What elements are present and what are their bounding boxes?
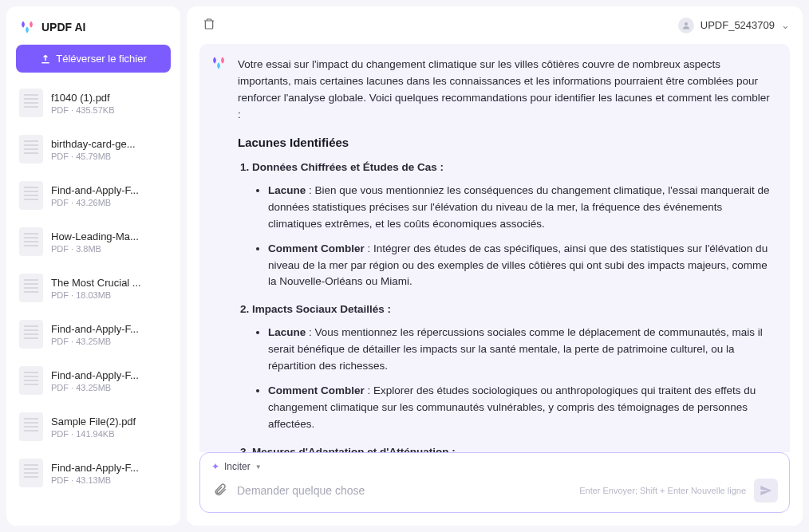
file-name: Find-and-Apply-F... [51, 462, 168, 474]
upload-label: Téléverser le fichier [56, 53, 146, 65]
bullet-label: Comment Combler [268, 242, 365, 254]
send-icon [760, 484, 772, 497]
upload-icon [40, 53, 51, 65]
file-icon [19, 366, 43, 395]
app-logo-icon [19, 19, 35, 35]
chat-area[interactable]: Votre essai sur l'impact du changement c… [187, 44, 803, 452]
bullet-text: : Vous mentionnez les répercussions soci… [268, 326, 763, 372]
file-item[interactable]: The Most Crucial ...PDF · 18.03MB [16, 267, 171, 309]
triangle-down-icon: ▼ [255, 463, 262, 471]
trash-icon [203, 18, 215, 30]
bullet-label: Lacune [268, 326, 306, 338]
username: UPDF_5243709 [700, 19, 775, 31]
file-info: Find-and-Apply-F...PDF · 43.25MB [51, 323, 168, 346]
bullet-item: Lacune : Vous mentionnez les répercussio… [268, 325, 774, 375]
bullet-item: Comment Combler : Explorer des études so… [268, 383, 774, 433]
app-title: UPDF AI [41, 21, 85, 33]
file-meta: PDF · 45.79MB [51, 152, 168, 161]
file-info: Find-and-Apply-F...PDF · 43.25MB [51, 369, 168, 392]
app-logo-icon [211, 55, 227, 71]
file-meta: PDF · 435.57KB [51, 105, 168, 115]
file-info: Find-and-Apply-F...PDF · 43.26MB [51, 184, 168, 207]
file-icon [19, 412, 43, 441]
bullet-text: : Bien que vous mentionniez les conséque… [268, 184, 769, 230]
file-item[interactable]: Find-and-Apply-F...PDF · 43.25MB [16, 360, 171, 401]
sidebar-header: UPDF AI [16, 16, 171, 45]
file-name: birthday-card-ge... [51, 138, 168, 150]
file-icon [19, 274, 43, 302]
file-name: The Most Crucial ... [51, 277, 168, 289]
file-info: Sample File(2).pdfPDF · 141.94KB [51, 416, 168, 439]
file-name: Find-and-Apply-F... [51, 184, 168, 196]
input-row: Enter Envoyer; Shift + Enter Nouvelle li… [211, 479, 778, 502]
paperclip-icon [213, 483, 227, 497]
trash-button[interactable] [199, 14, 219, 36]
list-item-title: Données Chiffrées et Études de Cas [252, 161, 437, 173]
file-icon [19, 320, 43, 349]
main-header: UPDF_5243709 ⌄ [187, 6, 803, 44]
file-icon [19, 227, 43, 256]
input-hint: Enter Envoyer; Shift + Enter Nouvelle li… [579, 486, 746, 495]
bullet-label: Comment Combler [268, 384, 365, 396]
bullet-label: Lacune [268, 184, 306, 196]
file-meta: PDF · 141.94KB [51, 429, 168, 439]
file-item[interactable]: How-Leading-Ma...PDF · 3.8MB [16, 221, 171, 262]
file-info: The Most Crucial ...PDF · 18.03MB [51, 277, 168, 300]
input-container: ✦ Inciter ▼ Enter Envoyer; Shift + Enter… [199, 452, 790, 513]
list-item-title: Mesures d'Adaptation et d'Atténuation [252, 446, 448, 452]
file-name: Sample File(2).pdf [51, 416, 168, 428]
upload-button[interactable]: Téléverser le fichier [16, 45, 171, 73]
file-name: Find-and-Apply-F... [51, 323, 168, 335]
sidebar: UPDF AI Téléverser le fichier f1040 (1).… [6, 6, 180, 526]
file-meta: PDF · 43.25MB [51, 337, 168, 346]
chevron-down-icon: ⌄ [781, 19, 790, 31]
file-info: Find-and-Apply-F...PDF · 43.13MB [51, 462, 168, 485]
attach-button[interactable] [211, 481, 229, 501]
message-intro: Votre essai sur l'impact du changement c… [238, 57, 774, 124]
file-item[interactable]: birthday-card-ge...PDF · 45.79MB [16, 128, 171, 170]
message-list: Données Chiffrées et Études de Cas :Lacu… [238, 160, 774, 452]
user-menu[interactable]: UPDF_5243709 ⌄ [678, 18, 790, 33]
prompt-tag[interactable]: ✦ Inciter ▼ [211, 461, 778, 472]
list-item: Mesures d'Adaptation et d'Atténuation : [252, 444, 774, 452]
file-item[interactable]: Find-and-Apply-F...PDF · 43.25MB [16, 313, 171, 355]
list-item: Données Chiffrées et Études de Cas :Lacu… [252, 160, 774, 290]
file-meta: PDF · 43.13MB [51, 475, 168, 485]
file-meta: PDF · 43.26MB [51, 198, 168, 207]
list-item-title: Impacts Sociaux Detaillés [252, 303, 385, 315]
file-info: How-Leading-Ma...PDF · 3.8MB [51, 231, 168, 254]
input-section: ✦ Inciter ▼ Enter Envoyer; Shift + Enter… [187, 452, 803, 526]
avatar-icon [678, 18, 694, 33]
file-name: f1040 (1).pdf [51, 92, 168, 104]
bullet-item: Lacune : Bien que vous mentionniez les c… [268, 183, 774, 233]
send-button[interactable] [754, 479, 778, 502]
file-icon [19, 135, 43, 164]
file-meta: PDF · 3.8MB [51, 244, 168, 254]
message-heading: Lacunes Identifiées [238, 133, 774, 152]
prompt-tag-label: Inciter [224, 461, 251, 472]
file-info: f1040 (1).pdfPDF · 435.57KB [51, 92, 168, 115]
file-info: birthday-card-ge...PDF · 45.79MB [51, 138, 168, 161]
message-input[interactable] [237, 484, 571, 497]
file-item[interactable]: Find-and-Apply-F...PDF · 43.13MB [16, 452, 171, 494]
file-list[interactable]: f1040 (1).pdfPDF · 435.57KBbirthday-card… [16, 82, 171, 516]
svg-point-0 [685, 22, 688, 26]
file-meta: PDF · 18.03MB [51, 290, 168, 300]
file-icon [19, 459, 43, 487]
sparkle-icon: ✦ [211, 461, 219, 472]
bullet-list: Lacune : Vous mentionnez les répercussio… [252, 325, 774, 433]
main-panel: UPDF_5243709 ⌄ Votre essai sur l'impact … [187, 6, 803, 526]
file-meta: PDF · 43.25MB [51, 383, 168, 392]
file-item[interactable]: f1040 (1).pdfPDF · 435.57KB [16, 82, 171, 124]
file-item[interactable]: Find-and-Apply-F...PDF · 43.26MB [16, 175, 171, 216]
file-name: Find-and-Apply-F... [51, 369, 168, 381]
file-icon [19, 181, 43, 210]
assistant-message: Votre essai sur l'impact du changement c… [199, 44, 790, 452]
bullet-item: Comment Combler : Intégrer des études de… [268, 241, 774, 291]
file-name: How-Leading-Ma... [51, 231, 168, 242]
bullet-list: Lacune : Bien que vous mentionniez les c… [252, 183, 774, 291]
file-icon [19, 89, 43, 117]
list-item: Impacts Sociaux Detaillés :Lacune : Vous… [252, 301, 774, 432]
file-item[interactable]: Sample File(2).pdfPDF · 141.94KB [16, 406, 171, 447]
